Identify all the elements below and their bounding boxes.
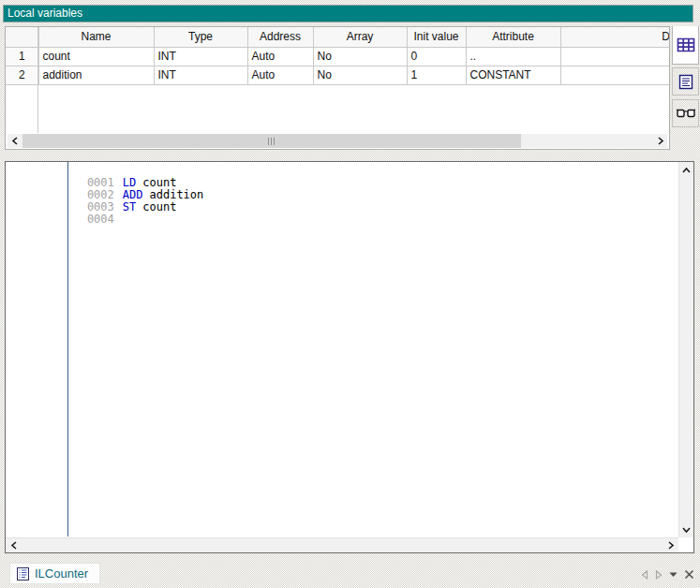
scroll-left-button[interactable]	[7, 134, 22, 148]
tab-ilcounter[interactable]: ILCounter	[9, 563, 100, 584]
chevron-right-icon	[657, 137, 664, 145]
close-icon	[684, 569, 694, 580]
table-row: 2 addition INT Auto No 1 CONSTANT	[6, 66, 670, 84]
chevron-up-icon	[682, 167, 691, 174]
init-value-cell[interactable]: 0	[407, 47, 466, 66]
il-operand: addition	[149, 188, 203, 201]
tab-label: ILCounter	[35, 566, 88, 581]
array-cell[interactable]: No	[313, 66, 407, 84]
description-cell[interactable]	[560, 66, 670, 84]
table-row: 1 count INT Auto No 0 ..	[6, 47, 670, 66]
scroll-down-button[interactable]	[679, 522, 693, 537]
variables-table-panel: Name Type Address Array Init value Attri…	[5, 26, 670, 150]
name-cell[interactable]: addition	[38, 66, 154, 84]
binoculars-icon	[677, 108, 695, 119]
col-header-attribute[interactable]: Attribute	[466, 27, 560, 47]
col-header-rownum[interactable]	[6, 27, 38, 47]
init-value-cell[interactable]: 1	[407, 66, 466, 84]
col-header-init-value[interactable]: Init value	[407, 27, 466, 47]
row-number-column-rule	[37, 27, 38, 133]
il-keyword: ST	[118, 200, 136, 213]
scroll-left-button[interactable]	[7, 538, 21, 552]
il-operand: count	[142, 176, 176, 189]
array-cell[interactable]: No	[313, 47, 407, 66]
attribute-cell[interactable]: ..	[466, 47, 560, 66]
il-document-icon	[17, 567, 29, 581]
address-cell[interactable]: Auto	[247, 47, 313, 66]
close-tab-button[interactable]	[684, 569, 694, 580]
panel-title: Local variables	[7, 7, 82, 20]
chevron-right-icon	[667, 541, 675, 550]
address-cell[interactable]: Auto	[247, 66, 313, 84]
variables-table: Name Type Address Array Init value Attri…	[6, 27, 670, 85]
il-keyword: LD	[118, 176, 136, 189]
report-view-icon	[678, 74, 693, 90]
code-area[interactable]: 0001LDcount 0002ADDaddition 0003STcount …	[6, 165, 677, 213]
row-number-cell[interactable]: 2	[6, 66, 38, 84]
editor-h-scrollbar[interactable]	[6, 537, 678, 552]
scroll-up-button[interactable]	[679, 163, 693, 177]
panel-title-bar: Local variables	[3, 5, 693, 22]
prev-tab-icon	[641, 570, 648, 580]
find-button[interactable]	[672, 99, 699, 127]
col-header-description[interactable]: D	[560, 27, 670, 47]
scrollbar-corner	[678, 537, 693, 552]
attribute-cell[interactable]: CONSTANT	[466, 66, 560, 84]
table-grid-icon	[677, 37, 695, 52]
type-cell[interactable]: INT	[154, 47, 247, 66]
local-variables-window: Local variables Name Type Address Array …	[0, 0, 700, 588]
table-h-scrollbar[interactable]	[7, 134, 667, 148]
line-number: 0004	[60, 213, 118, 226]
name-cell[interactable]: count	[38, 47, 154, 66]
chevron-left-icon	[11, 137, 19, 145]
tab-list-dropdown-icon	[669, 572, 678, 578]
scrollbar-thumb[interactable]	[22, 134, 521, 148]
il-keyword	[118, 213, 123, 226]
il-operand: count	[142, 200, 176, 213]
chevron-left-icon	[10, 541, 18, 550]
col-header-array[interactable]: Array	[313, 27, 407, 47]
tab-nav-controls	[641, 569, 694, 580]
col-header-address[interactable]: Address	[247, 27, 313, 47]
code-line[interactable]: 0001LDcount	[6, 165, 677, 177]
table-header-row: Name Type Address Array Init value Attri…	[6, 27, 670, 47]
editor-v-scrollbar[interactable]	[678, 162, 693, 537]
grip-icon	[268, 138, 276, 145]
col-header-type[interactable]: Type	[154, 27, 247, 47]
grid-view-button[interactable]	[672, 26, 699, 65]
document-tab-bar: ILCounter	[0, 556, 700, 588]
il-keyword: ADD	[118, 188, 143, 201]
il-code-editor[interactable]: 0001LDcount 0002ADDaddition 0003STcount …	[5, 161, 694, 553]
scroll-right-button[interactable]	[663, 538, 678, 552]
col-header-name[interactable]: Name	[38, 27, 154, 47]
report-view-button[interactable]	[672, 67, 699, 96]
chevron-down-icon	[682, 526, 691, 534]
side-toolbar	[672, 26, 699, 157]
next-tab-button[interactable]	[655, 570, 663, 580]
scroll-right-button[interactable]	[653, 134, 667, 148]
type-cell[interactable]: INT	[154, 66, 247, 84]
prev-tab-button[interactable]	[641, 570, 648, 580]
row-number-cell[interactable]: 1	[6, 47, 38, 66]
tab-list-button[interactable]	[669, 572, 678, 578]
next-tab-icon	[655, 570, 663, 580]
description-cell[interactable]	[560, 47, 670, 66]
